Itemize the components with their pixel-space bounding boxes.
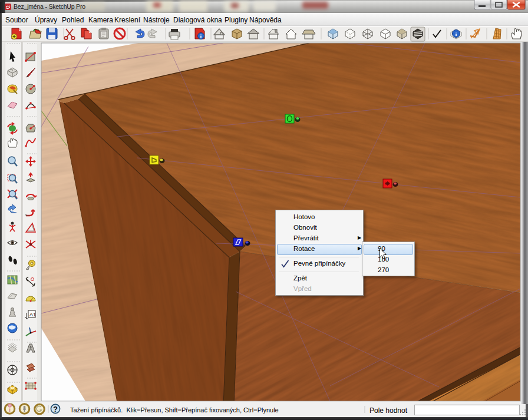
svg-text:?: ?: [53, 405, 58, 414]
svg-text:A1: A1: [29, 312, 36, 318]
